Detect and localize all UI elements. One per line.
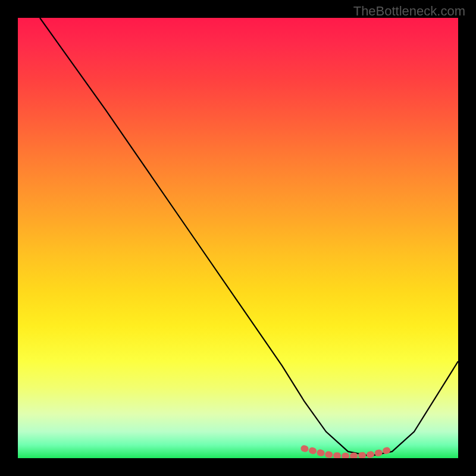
watermark-text: TheBottleneck.com [353,4,465,19]
main-curve [40,18,458,456]
chart-svg [18,18,458,458]
plot-area [18,18,458,458]
